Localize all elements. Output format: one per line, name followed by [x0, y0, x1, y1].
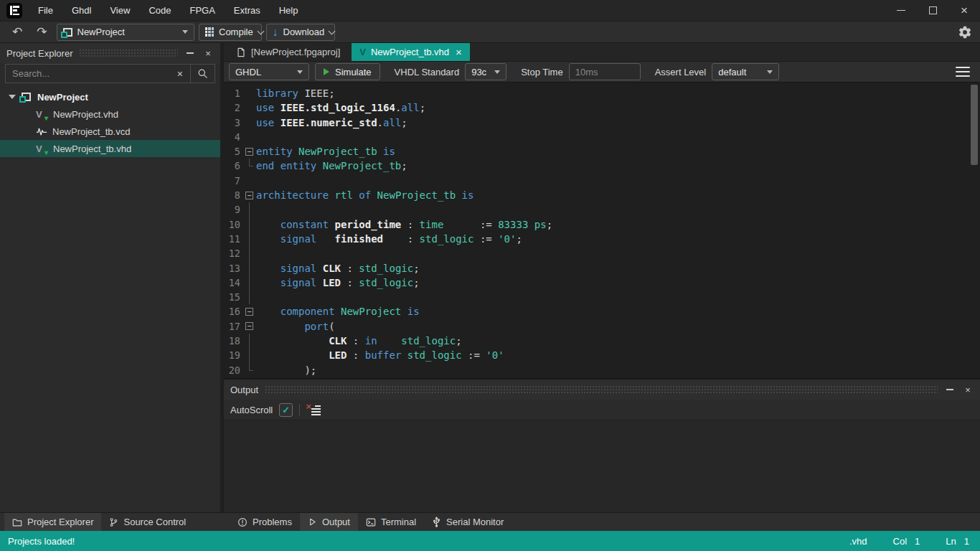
bottom-tab-terminal[interactable]: Terminal — [358, 513, 424, 531]
minimize-button[interactable] — [885, 0, 917, 22]
tree-item-newproject-tb-vhd[interactable]: V▾NewProject_tb.vhd — [0, 140, 220, 157]
editor-scrollbar[interactable] — [971, 85, 978, 376]
compile-button[interactable]: Compile — [199, 24, 262, 41]
ln-value: 1 — [964, 536, 969, 547]
panel-header-texture — [265, 385, 938, 394]
fold-marker-icon[interactable]: − — [244, 319, 256, 334]
code-line[interactable]: 2use IEEE.std_logic_1164.all; — [224, 100, 980, 115]
menu-code[interactable]: Code — [139, 0, 180, 22]
bottom-tab-output[interactable]: Output — [300, 513, 358, 531]
bottom-tab-problems[interactable]: Problems — [230, 513, 300, 531]
code-line[interactable]: 12 — [224, 246, 980, 260]
file-type-indicator[interactable]: .vhd — [849, 536, 867, 547]
download-label: Download — [283, 27, 325, 37]
code-line[interactable]: 19 LED : buffer std_logic := '0' — [224, 348, 980, 362]
code-line[interactable]: 5−entity NewProject_tb is — [224, 144, 980, 159]
fold-gutter — [244, 86, 256, 100]
fold-marker-icon[interactable]: − — [244, 144, 256, 159]
tab-bar: [NewProject.fpgaproj]VNewProject_tb.vhd× — [224, 43, 980, 62]
scrollbar-thumb[interactable] — [971, 85, 978, 165]
bottom-tab-serial-monitor[interactable]: Serial Monitor — [424, 513, 512, 531]
panel-close-button[interactable]: × — [202, 46, 214, 60]
code-line[interactable]: 4 — [224, 130, 980, 144]
column-indicator[interactable]: Col 1 — [893, 536, 920, 547]
line-number: 6 — [224, 159, 244, 173]
line-number: 3 — [224, 116, 244, 130]
bottom-tab-project-explorer[interactable]: Project Explorer — [4, 513, 101, 531]
close-button[interactable]: × — [948, 0, 980, 22]
menu-view[interactable]: View — [100, 0, 139, 22]
output-content[interactable] — [224, 420, 980, 512]
code-line[interactable]: 16− component NewProject is — [224, 304, 980, 319]
close-icon: × — [177, 68, 183, 80]
chevron-down-icon — [767, 70, 773, 74]
code-line[interactable]: 3use IEEE.numeric_std.all; — [224, 116, 980, 130]
tree-item-newproject-tb-vcd[interactable]: NewProject_tb.vcd — [0, 123, 220, 140]
code-line[interactable]: 17− port( — [224, 319, 980, 334]
menu-file[interactable]: File — [29, 0, 62, 22]
code-line[interactable]: 18 CLK : in std_logic; — [224, 334, 980, 348]
menu-help[interactable]: Help — [270, 0, 308, 22]
download-button[interactable]: ↓ Download — [266, 24, 335, 41]
autoscroll-checkbox[interactable]: ✓ — [279, 403, 293, 417]
code-line[interactable]: 11 signal finished : std_logic := '0'; — [224, 232, 980, 246]
tool-select[interactable]: GHDL — [229, 63, 309, 80]
settings-gear-icon[interactable] — [958, 25, 972, 39]
expander-icon[interactable] — [9, 95, 16, 99]
code-line[interactable]: 9 — [224, 202, 980, 217]
code-line[interactable]: 13 signal CLK : std_logic; — [224, 261, 980, 276]
line-number: 9 — [224, 202, 244, 217]
assert-level-select[interactable]: default — [712, 63, 779, 80]
tab-newproject-tb-vhd[interactable]: VNewProject_tb.vhd× — [352, 43, 470, 61]
search-clear-button[interactable]: × — [170, 65, 190, 83]
clear-x-icon: × — [306, 401, 311, 412]
code-text: entity NewProject_tb is — [256, 144, 395, 159]
panel-close-button[interactable]: × — [962, 382, 974, 397]
code-line[interactable]: 8−architecture rtl of NewProject_tb is — [224, 188, 980, 202]
divider — [299, 404, 300, 416]
bottom-tab-label: Source Control — [123, 517, 186, 527]
fold-marker-icon[interactable]: − — [244, 188, 256, 202]
bottom-tab-source-control[interactable]: Source Control — [101, 513, 194, 531]
code-line[interactable]: 7 — [224, 174, 980, 188]
maximize-button[interactable] — [917, 0, 948, 22]
simulate-button[interactable]: Simulate — [315, 63, 380, 80]
menu-ghdl[interactable]: Ghdl — [62, 0, 100, 22]
panel-minimize-button[interactable] — [944, 382, 956, 397]
compile-label: Compile — [219, 27, 253, 37]
editor-menu-button[interactable] — [955, 64, 971, 80]
code-line[interactable]: 15 — [224, 290, 980, 304]
code-text: port( — [256, 319, 335, 334]
bottom-tab-label: Project Explorer — [27, 517, 93, 527]
menu-extras[interactable]: Extras — [225, 0, 270, 22]
line-number: 2 — [224, 100, 244, 115]
search-button[interactable] — [190, 65, 215, 83]
clear-log-button[interactable]: × — [306, 405, 321, 415]
title-bar: FileGhdlViewCodeFPGAExtrasHelp × — [0, 0, 980, 22]
undo-button[interactable]: ↶ — [7, 26, 27, 38]
line-indicator[interactable]: Ln 1 — [946, 536, 969, 547]
code-line[interactable]: 20 ); — [224, 363, 980, 377]
tree-item-newproject[interactable]: NewProject — [0, 88, 220, 105]
code-line[interactable]: 14 signal LED : std_logic; — [224, 276, 980, 290]
vhdl-standard-select[interactable]: 93c — [465, 63, 507, 80]
search-input[interactable] — [6, 65, 170, 83]
menu-fpga[interactable]: FPGA — [180, 0, 224, 22]
code-editor[interactable]: 1library IEEE;2use IEEE.std_logic_1164.a… — [224, 83, 980, 378]
redo-button[interactable]: ↷ — [32, 26, 52, 38]
line-number: 11 — [224, 232, 244, 246]
tree-item-label: NewProject — [37, 92, 88, 103]
line-number: 1 — [224, 86, 244, 100]
panel-minimize-button[interactable] — [184, 46, 196, 60]
project-icon — [63, 28, 72, 37]
project-select[interactable]: NewProject — [57, 24, 194, 41]
tab-newproject-fpgaproj[interactable]: [NewProject.fpgaproj] — [228, 43, 348, 61]
project-select-value: NewProject — [77, 27, 125, 37]
code-line[interactable]: 10 constant period_time : time := 83333 … — [224, 217, 980, 232]
fold-marker-icon[interactable]: − — [244, 304, 256, 319]
code-line[interactable]: 1library IEEE; — [224, 86, 980, 100]
tree-item-newproject-vhd[interactable]: V▾NewProject.vhd — [0, 105, 220, 123]
code-line[interactable]: 6end entity NewProject_tb; — [224, 159, 980, 173]
tab-close-icon[interactable]: × — [456, 46, 462, 58]
stop-time-input[interactable] — [569, 63, 641, 80]
